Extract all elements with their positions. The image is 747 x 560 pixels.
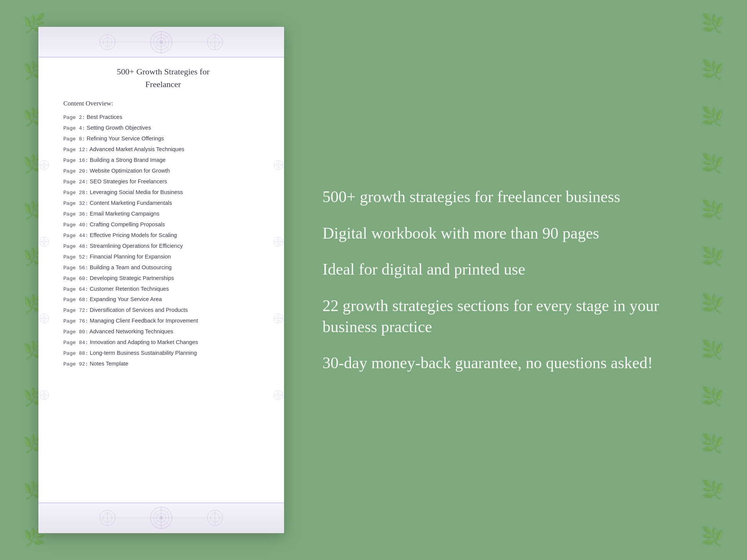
feature-item: Digital workbook with more than 90 pages [322,223,701,244]
toc-item: Page 64: Customer Retention Techniques [63,284,263,295]
toc-item: Page 8: Refining Your Service Offerings [63,133,263,144]
main-layout: 500+ Growth Strategies for Freelancer Co… [0,0,747,560]
toc-item: Page 68: Expanding Your Service Area [63,294,263,305]
toc-item: Page 24: SEO Strategies for Freelancers [63,176,263,187]
toc-item: Page 80: Advanced Networking Techniques [63,326,263,337]
toc-item: Page 2: Best Practices [63,112,263,123]
toc-item: Page 84: Innovation and Adapting to Mark… [63,337,263,348]
toc-item: Page 32: Content Marketing Fundamentals [63,198,263,209]
toc-item: Page 20: Website Optimization for Growth [63,166,263,176]
toc-item: Page 12: Advanced Market Analysis Techni… [63,144,263,155]
doc-side-decoration-right [273,58,284,502]
toc-item: Page 60: Developing Strategic Partnershi… [63,273,263,284]
toc-item: Page 16: Building a Strong Brand Image [63,155,263,166]
toc-item: Page 4: Setting Growth Objectives [63,123,263,133]
feature-text-panel: 500+ growth strategies for freelancer bu… [315,186,701,374]
document-title: 500+ Growth Strategies for Freelancer [63,65,263,91]
toc-item: Page 52: Financial Planning for Expansio… [63,252,263,262]
doc-side-decoration-left [38,58,50,502]
toc-item: Page 56: Building a Team and Outsourcing [63,262,263,273]
feature-item: Ideal for digital and printed use [322,259,701,280]
toc-item: Page 48: Streamlining Operations for Eff… [63,241,263,252]
toc-item: Page 44: Effective Pricing Models for Sc… [63,230,263,241]
toc-item: Page 72: Diversification of Services and… [63,305,263,316]
content-overview-label: Content Overview: [63,100,263,107]
table-of-contents: Page 2: Best PracticesPage 4: Setting Gr… [63,112,263,369]
doc-bottom-decoration [38,502,284,533]
toc-item: Page 28: Leveraging Social Media for Bus… [63,187,263,198]
doc-content: 500+ Growth Strategies for Freelancer Co… [38,58,284,502]
toc-item: Page 88: Long-term Business Sustainabili… [63,348,263,359]
toc-item: Page 36: Email Marketing Campaigns [63,209,263,219]
doc-top-decoration [38,27,284,58]
feature-item: 30-day money-back guarantee, no question… [322,352,701,374]
feature-item: 22 growth strategies sections for every … [322,295,701,337]
document: 500+ Growth Strategies for Freelancer Co… [38,27,284,533]
feature-item: 500+ growth strategies for freelancer bu… [322,186,701,208]
toc-item: Page 76: Managing Client Feedback for Im… [63,316,263,326]
toc-item: Page 92: Notes Template [63,359,263,369]
toc-item: Page 40: Crafting Compelling Proposals [63,219,263,230]
